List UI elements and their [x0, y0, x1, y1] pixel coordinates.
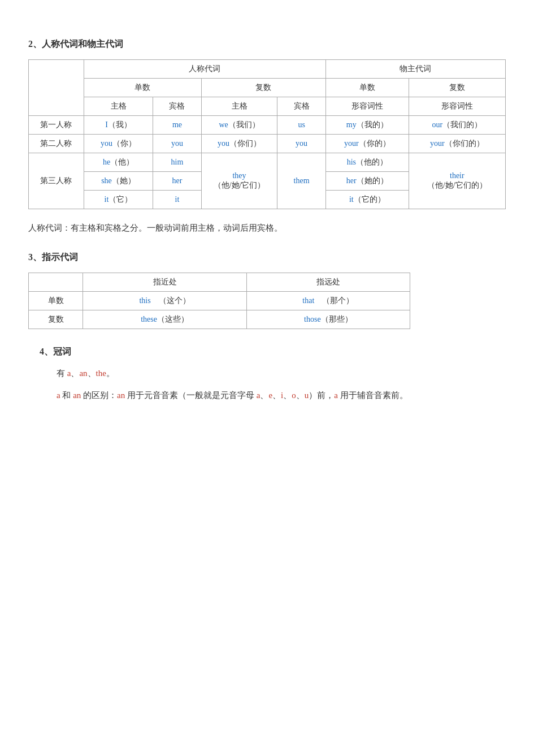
second-subj-pl: you（你们） — [201, 135, 277, 153]
near-header: 指近处 — [83, 273, 246, 292]
subj-sg-header: 主格 — [84, 97, 153, 116]
subj-pl-header: 主格 — [201, 97, 277, 116]
section-2: 2、人称代词和物主代词 人称代词 物主代词 — [28, 38, 506, 236]
demo-plural-row: 复数 these（这些） those（那些） — [29, 310, 410, 329]
third-poss-sg-her: her（她的） — [325, 172, 409, 191]
third-obj-sg-him: him — [153, 153, 202, 172]
table-header-row3: 主格 宾格 主格 宾格 形容词性 形容词性 — [29, 97, 506, 116]
table-header-row1: 人称代词 物主代词 — [29, 60, 506, 79]
third-subj-pl: they（他/她/它们） — [201, 153, 277, 209]
demo-singular-row: 单数 this （这个） that （那个） — [29, 292, 410, 310]
poss-sg-adj-header: 形容词性 — [325, 97, 409, 116]
far-header: 指远处 — [246, 273, 410, 292]
section-2-title: 2、人称代词和物主代词 — [28, 38, 506, 50]
poss-pl-adj-header: 形容词性 — [409, 97, 505, 116]
second-obj-pl: you — [277, 135, 326, 153]
poss-plural-header: 复数 — [409, 79, 505, 97]
second-poss-sg: your（你的） — [325, 135, 409, 153]
page-content: 2、人称代词和物主代词 人称代词 物主代词 — [0, 0, 534, 756]
table-row-third-person-1: 第三人称 he（他） him they（他/她/它们） them his（他的）… — [29, 153, 506, 172]
section-4-para2: a 和 an 的区别：an 用于元音音素（一般就是元音字母 a、e、i、o、u）… — [40, 388, 506, 403]
third-poss-pl: their（他/她/它们的） — [409, 153, 505, 209]
third-poss-sg-his: his（他的） — [325, 153, 409, 172]
section-2-note: 人称代词：有主格和宾格之分。一般动词前用主格，动词后用宾格。 — [28, 221, 506, 236]
demo-header-row: 指近处 指远处 — [29, 273, 410, 292]
section-3-title: 3、指示代词 — [28, 252, 506, 263]
table-row-first-person: 第一人称 I（我） me we（我们） us my（我的） our（我们的） — [29, 116, 506, 135]
plural-header: 复数 — [201, 79, 325, 97]
obj-sg-header: 宾格 — [153, 97, 202, 116]
section-4-title: 4、冠词 — [40, 346, 506, 358]
first-subj-pl: we（我们） — [201, 116, 277, 135]
first-obj-sg: me — [153, 116, 202, 135]
second-subj-sg: you（你） — [84, 135, 153, 153]
section-3: 3、指示代词 指近处 指远处 单数 this （这个） that （那个） — [28, 252, 506, 329]
personal-pronoun-header: 人称代词 — [84, 60, 325, 79]
demo-singular-label: 单数 — [29, 292, 83, 310]
singular-header: 单数 — [84, 79, 201, 97]
demo-singular-far: that （那个） — [246, 292, 410, 310]
demonstrative-table-wrapper: 指近处 指远处 单数 this （这个） that （那个） 复数 these（… — [28, 273, 506, 329]
first-poss-pl: our（我们的） — [409, 116, 505, 135]
second-poss-pl: your（你们的） — [409, 135, 505, 153]
second-person-label: 第二人称 — [29, 135, 84, 153]
pronoun-table: 人称代词 物主代词 单数 复数 单数 复数 主格 宾格 主格 宾格 形容词性 — [28, 59, 506, 209]
third-obj-pl: them — [277, 153, 326, 209]
first-person-label: 第一人称 — [29, 116, 84, 135]
demo-singular-near: this （这个） — [83, 292, 246, 310]
third-obj-sg-it: it — [153, 191, 202, 209]
third-subj-sg-he: he（他） — [84, 153, 153, 172]
demo-plural-near: these（这些） — [83, 310, 246, 329]
first-subj-sg: I（我） — [84, 116, 153, 135]
third-subj-sg-it: it（它） — [84, 191, 153, 209]
first-poss-sg: my（我的） — [325, 116, 409, 135]
note-text-content: 人称代词：有主格和宾格之分。一般动词前用主格，动词后用宾格。 — [28, 223, 283, 232]
table-header-row2: 单数 复数 单数 复数 — [29, 79, 506, 97]
third-obj-sg-her: her — [153, 172, 202, 191]
third-person-label: 第三人称 — [29, 153, 84, 209]
table-row-second-person: 第二人称 you（你） you you（你们） you your（你的） you… — [29, 135, 506, 153]
pronoun-table-wrapper: 人称代词 物主代词 单数 复数 单数 复数 主格 宾格 主格 宾格 形容词性 — [28, 59, 506, 209]
third-subj-sg-she: she（她） — [84, 172, 153, 191]
section-4: 4、冠词 有 a、an、the。 a 和 an 的区别：an 用于元音音素（一般… — [28, 346, 506, 403]
demo-plural-far: those（那些） — [246, 310, 410, 329]
first-obj-pl: us — [277, 116, 326, 135]
obj-pl-header: 宾格 — [277, 97, 326, 116]
demo-plural-label: 复数 — [29, 310, 83, 329]
third-poss-sg-it: it（它的） — [325, 191, 409, 209]
second-obj-sg: you — [153, 135, 202, 153]
section-4-para1: 有 a、an、the。 — [40, 366, 506, 381]
demonstrative-table: 指近处 指远处 单数 this （这个） that （那个） 复数 these（… — [28, 273, 410, 329]
poss-singular-header: 单数 — [325, 79, 409, 97]
possessive-pronoun-header: 物主代词 — [325, 60, 505, 79]
